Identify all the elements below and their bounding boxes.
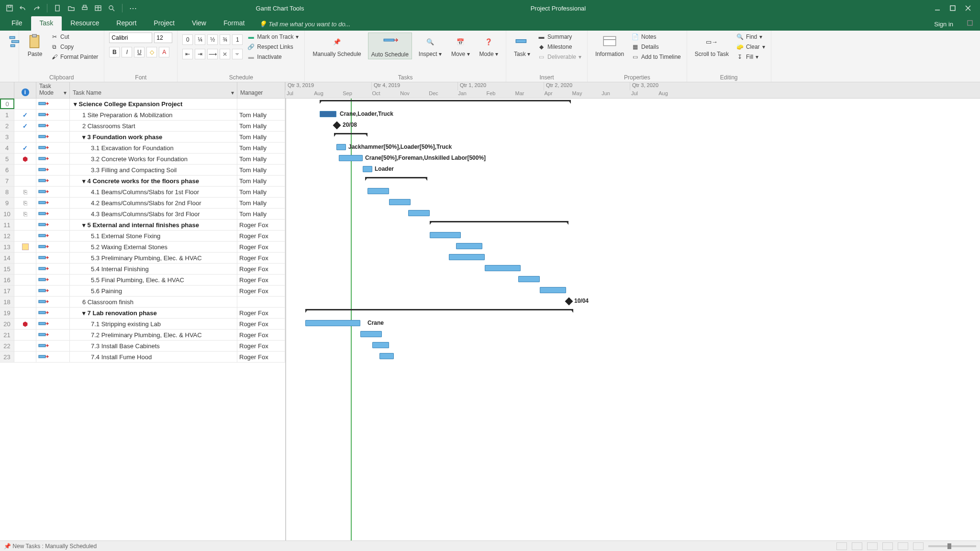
table-row[interactable]: 1✓1 Site Preparation & MobilizationTom H… xyxy=(0,110,285,121)
summary-bar[interactable] xyxy=(365,177,427,181)
font-name-input[interactable] xyxy=(109,33,152,43)
task-bar[interactable] xyxy=(379,353,394,359)
new-icon[interactable] xyxy=(54,4,62,12)
view-network-icon[interactable] xyxy=(867,542,878,550)
task-bar[interactable] xyxy=(368,188,389,194)
insert-task-button[interactable]: Task ▾ xyxy=(511,33,533,58)
table-row[interactable]: 7▾ 4 Concrete works for the floors phase… xyxy=(0,176,285,187)
task-bar[interactable] xyxy=(305,320,360,326)
table-row[interactable]: 125.1 External Stone FixingRoger Fox xyxy=(0,231,285,242)
indicator-header[interactable]: i xyxy=(14,82,36,98)
task-bar[interactable] xyxy=(360,331,382,337)
clear-button[interactable]: 🧽Clear ▾ xyxy=(735,43,766,51)
view-report-icon[interactable] xyxy=(913,542,924,550)
font-size-input[interactable] xyxy=(154,33,172,43)
minimize-icon[interactable] xyxy=(934,5,941,11)
italic-button[interactable]: I xyxy=(122,47,132,57)
table-row[interactable]: 2✓2 Classrooms StartTom Hally xyxy=(0,121,285,132)
fontcolor-button[interactable]: A xyxy=(159,47,169,57)
tab-task[interactable]: Task xyxy=(31,16,62,31)
mode-header[interactable]: Task Mode ▾ xyxy=(36,82,70,98)
split-task-button[interactable]: ⫟ xyxy=(232,49,243,59)
milestone[interactable] xyxy=(565,298,573,306)
format-painter-button[interactable]: 🖌Format Painter xyxy=(50,53,99,61)
task-bar[interactable] xyxy=(456,243,482,249)
cut-button[interactable]: ✂Cut xyxy=(50,33,99,41)
table-icon[interactable] xyxy=(94,4,102,12)
sign-in-link[interactable]: Sign in xyxy=(927,18,960,31)
paste-button[interactable]: Paste xyxy=(24,33,46,58)
task-bar[interactable] xyxy=(408,210,430,216)
print-icon[interactable] xyxy=(81,4,89,12)
task-table[interactable]: 0▾ Science College Expansion Project1✓1 … xyxy=(0,99,285,540)
inactivate-button[interactable]: ▬Inactivate xyxy=(246,53,300,61)
gantt-chart[interactable]: Crane,Loader,Truck20/08Jackhammer[50%],L… xyxy=(285,99,980,540)
table-row[interactable]: 8⎘4.1 Beams/Columns/Slabs for 1st FloorT… xyxy=(0,187,285,198)
rownum-header[interactable] xyxy=(0,82,14,98)
indent-button[interactable]: ⇥ xyxy=(195,49,205,59)
bgcolor-button[interactable]: ◇ xyxy=(146,47,157,57)
table-row[interactable]: 5⬢3.2 Concrete Works for FoundationTom H… xyxy=(0,154,285,165)
open-icon[interactable] xyxy=(67,4,75,12)
pct75-button[interactable]: ¾ xyxy=(220,34,230,45)
task-bar[interactable] xyxy=(363,166,372,172)
information-button[interactable]: Information xyxy=(592,33,627,58)
table-row[interactable]: 9⎘4.2 Beams/Columns/Slabs for 2nd FloorT… xyxy=(0,198,285,209)
table-row[interactable]: 10⎘4.3 Beams/Columns/Slabs for 3rd Floor… xyxy=(0,209,285,220)
name-header[interactable]: Task Name▾ xyxy=(70,82,237,98)
table-row[interactable]: 4✓3.1 Excavation for FoundationTom Hally xyxy=(0,143,285,154)
table-row[interactable]: 135.2 Waxing External StonesRoger Fox xyxy=(0,242,285,253)
view-resource-icon[interactable] xyxy=(898,542,908,550)
auto-schedule-button[interactable]: Auto Schedule xyxy=(368,33,412,59)
notes-button[interactable]: 📄Notes xyxy=(631,33,682,41)
milestone-button[interactable]: ◆Milestone xyxy=(537,43,582,51)
task-bar[interactable] xyxy=(320,111,336,117)
preview-icon[interactable] xyxy=(108,4,115,12)
view-calendar-icon[interactable] xyxy=(882,542,893,550)
close-icon[interactable] xyxy=(965,5,971,11)
inspect-button[interactable]: 🔍Inspect ▾ xyxy=(416,33,445,58)
redo-icon[interactable] xyxy=(33,4,40,12)
manually-schedule-button[interactable]: 📌Manually Schedule xyxy=(310,33,364,58)
table-row[interactable]: 217.2 Preliminary Plumbing, Elec. & HVAC… xyxy=(0,330,285,341)
scroll-to-task-button[interactable]: ▭→Scroll to Task xyxy=(692,33,732,58)
summary-bar[interactable] xyxy=(334,133,368,137)
tab-file[interactable]: File xyxy=(3,16,31,31)
tab-view[interactable]: View xyxy=(183,16,215,31)
table-row[interactable]: 237.4 Install Fume HoodRoger Fox xyxy=(0,352,285,363)
task-bar[interactable] xyxy=(336,144,346,150)
tab-project[interactable]: Project xyxy=(145,16,183,31)
table-row[interactable]: 20⬢7.1 Stripping existing LabRoger Fox xyxy=(0,319,285,330)
add-timeline-button[interactable]: ▭Add to Timeline xyxy=(631,53,682,61)
mode-button[interactable]: ❓Mode ▾ xyxy=(477,33,501,58)
timeline-header[interactable]: Qtr 3, 2019Qtr 4, 2019Qtr 1, 2020Qtr 2, … xyxy=(285,82,980,98)
deliverable-button[interactable]: ▭Deliverable ▾ xyxy=(537,53,582,61)
task-bar[interactable] xyxy=(540,287,566,293)
tab-report[interactable]: Report xyxy=(108,16,145,31)
summary-bar[interactable] xyxy=(320,100,571,104)
task-bar[interactable] xyxy=(449,254,485,260)
unlink-tasks-button[interactable]: ⤫ xyxy=(220,49,230,59)
task-bar[interactable] xyxy=(339,155,363,161)
pct50-button[interactable]: ½ xyxy=(207,34,218,45)
bold-button[interactable]: B xyxy=(109,47,120,57)
summary-bar[interactable] xyxy=(430,221,568,225)
fill-button[interactable]: ↧Fill ▾ xyxy=(735,53,766,61)
tell-me[interactable]: 💡 Tell me what you want to do... xyxy=(253,18,356,31)
mark-on-track-button[interactable]: ▬Mark on Track ▾ xyxy=(246,33,300,41)
copy-button[interactable]: ⧉Copy xyxy=(50,43,99,51)
details-button[interactable]: ▦Details xyxy=(631,43,682,51)
task-bar[interactable] xyxy=(372,342,389,348)
find-button[interactable]: 🔍Find ▾ xyxy=(735,33,766,41)
pct0-button[interactable]: 0 xyxy=(182,34,193,45)
pct100-button[interactable]: 1 xyxy=(232,34,243,45)
tab-format[interactable]: Format xyxy=(215,16,253,31)
zoom-slider[interactable] xyxy=(928,545,976,547)
view-usage-icon[interactable] xyxy=(852,542,862,550)
table-row[interactable]: 155.4 Internal FinishingRoger Fox xyxy=(0,264,285,275)
summary-button[interactable]: ▬Summary xyxy=(537,33,582,41)
summary-bar[interactable] xyxy=(305,309,573,313)
link-tasks-button[interactable]: ⟶ xyxy=(207,49,218,59)
table-row[interactable]: 145.3 Preliminary Plumbing, Elec. & HVAC… xyxy=(0,253,285,264)
new-tasks-mode[interactable]: 📌 New Tasks : Manually Scheduled xyxy=(4,543,97,550)
